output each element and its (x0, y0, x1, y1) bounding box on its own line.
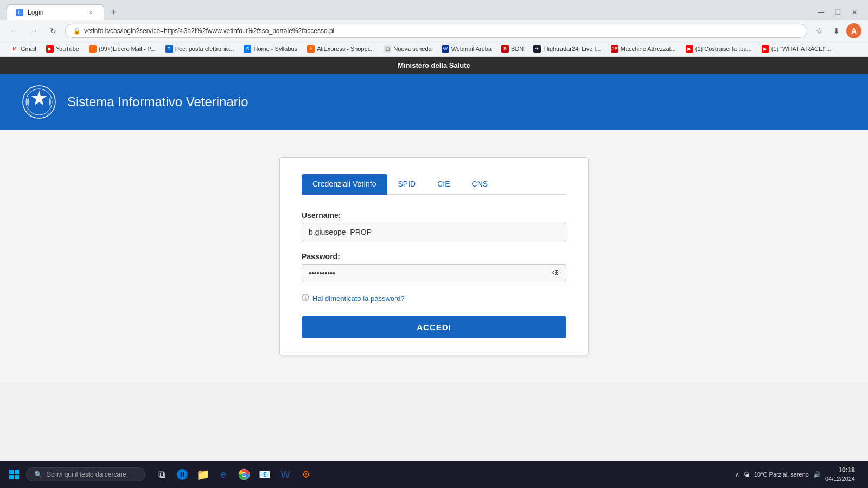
svg-rect-3 (9, 470, 14, 474)
bookmark-syllabus[interactable]: S Home - Syllabus (239, 43, 302, 54)
nuova-favicon: ◻ (384, 45, 391, 53)
login-card: Credenziali VetInfo SPID CIE CNS Usernam… (279, 157, 589, 355)
bookmark-label: (99+)Libero Mail - P... (99, 46, 156, 52)
word-icon[interactable]: W (276, 465, 295, 484)
bookmark-nuova-scheda[interactable]: ◻ Nuova scheda (379, 43, 436, 54)
minimize-button[interactable]: — (813, 7, 828, 18)
password-group: Password: 👁 (302, 252, 566, 282)
username-group: Username: (302, 211, 566, 241)
bookmark-label: Gmail (21, 46, 36, 52)
bookmark-what-a-race[interactable]: ▶ (1) "WHAT A RACE!"... (757, 43, 836, 54)
costruisci-favicon: ▶ (686, 45, 693, 53)
address-bar[interactable]: 🔒 vetinfo.it/cas/login?service=https%3a2… (65, 24, 807, 38)
bookmark-pec[interactable]: P Pec: posta elettronic... (161, 43, 239, 54)
svg-rect-4 (15, 470, 19, 474)
tab-title: Login (28, 9, 82, 16)
macchine-favicon: AE (611, 45, 618, 53)
taskbar-search[interactable]: 🔍 Scrivi qui il testo da cercare. (26, 467, 145, 481)
bookmark-label: Webmail Aruba (451, 46, 492, 52)
maximize-button[interactable]: ❐ (831, 7, 845, 18)
ie-icon[interactable]: e (214, 465, 233, 484)
site-header: Sistema Informativo Veterinario (0, 74, 868, 130)
tab-cns[interactable]: CNS (461, 174, 499, 195)
clock-date: 04/12/2024 (825, 475, 855, 483)
bookmark-label: YouTube (56, 46, 79, 52)
file-explorer-icon[interactable]: 📁 (193, 465, 213, 484)
bookmark-macchine[interactable]: AE Macchine Attrezzat... (607, 43, 680, 54)
svg-point-10 (242, 473, 246, 476)
bookmarks-bar: M Gmail ▶ YouTube L (99+)Libero Mail - P… (0, 42, 868, 57)
chrome-icon[interactable] (234, 465, 254, 484)
forward-button[interactable]: → (26, 23, 41, 38)
back-button[interactable]: ← (7, 23, 22, 38)
svg-rect-5 (9, 475, 14, 479)
tray-expand-icon[interactable]: ∧ (735, 471, 739, 478)
tab-spid[interactable]: SPID (387, 174, 427, 195)
gmail-favicon: M (11, 45, 18, 53)
bookmark-label: (1) "WHAT A RACE!"... (771, 46, 832, 52)
accedi-button[interactable]: ACCEDI (302, 316, 566, 338)
bookmark-youtube[interactable]: ▶ YouTube (42, 43, 84, 54)
bookmark-bdn[interactable]: B BDN (497, 43, 528, 54)
bookmark-label: Home - Syllabus (253, 46, 297, 52)
bookmark-costruisci[interactable]: ▶ (1) Costruisci la tua... (681, 43, 756, 54)
bookmark-libero[interactable]: L (99+)Libero Mail - P... (85, 43, 160, 54)
window-controls: — ❐ ✕ (813, 7, 861, 18)
site-title: Sistema Informativo Veterinario (67, 94, 248, 110)
clock-time: 10:18 (825, 466, 855, 475)
taskview-button[interactable]: ⧉ (152, 465, 171, 484)
what-favicon: ▶ (762, 45, 769, 53)
libero-favicon: L (89, 45, 97, 53)
tray-clock[interactable]: 10:18 04/12/2024 (825, 466, 855, 483)
start-button[interactable] (4, 465, 24, 484)
search-icon: 🔍 (34, 471, 42, 478)
site-logo-icon (22, 85, 56, 119)
reload-button[interactable]: ↻ (46, 23, 61, 38)
ministry-banner: Ministero della Salute (0, 57, 868, 74)
flight-favicon: ✈ (533, 45, 541, 53)
password-input[interactable] (302, 264, 566, 282)
username-input[interactable] (302, 223, 566, 241)
windows-logo-icon (9, 469, 20, 480)
new-tab-button[interactable]: + (106, 5, 122, 20)
svg-marker-2 (31, 90, 47, 106)
bookmark-label: (1) Costruisci la tua... (695, 46, 752, 52)
download-icon[interactable]: ⬇ (829, 23, 844, 38)
forgot-password-section: ⓘ Hai dimenticato la password? (302, 293, 566, 303)
close-button[interactable]: ✕ (847, 7, 861, 18)
bookmark-gmail[interactable]: M Gmail (7, 43, 41, 54)
bookmark-flightradar[interactable]: ✈ Flightradar24: Live f... (529, 43, 605, 54)
close-tab-button[interactable]: × (86, 8, 95, 17)
toggle-password-button[interactable]: 👁 (552, 268, 561, 278)
bookmark-label: Pec: posta elettronic... (175, 46, 234, 52)
bookmark-aliexpress[interactable]: A AliExpress - Shoppi... (303, 43, 378, 54)
youtube-favicon: ▶ (46, 45, 54, 53)
edge-icon[interactable] (173, 465, 192, 484)
tab-favicon: L (16, 9, 23, 16)
tray-network-icon[interactable]: 🔊 (813, 471, 821, 478)
outlook-icon[interactable]: 📧 (255, 465, 275, 484)
weather-text: 10°C Parzial. sereno (754, 471, 809, 478)
show-desktop-button[interactable] (859, 465, 864, 484)
bdn-favicon: B (501, 45, 509, 53)
title-bar: L Login × + — ❐ ✕ (0, 0, 868, 20)
forgot-password-link[interactable]: Hai dimenticato la password? (312, 294, 405, 303)
bookmark-label: Macchine Attrezzat... (621, 46, 676, 52)
bookmark-webmail[interactable]: W Webmail Aruba (437, 43, 496, 54)
page-content: Ministero della Salute Sistema Informati… (0, 57, 868, 382)
star-icon[interactable]: ☆ (812, 23, 827, 38)
bookmark-label: Flightradar24: Live f... (543, 46, 601, 52)
tab-cie[interactable]: CIE (426, 174, 461, 195)
main-area: Credenziali VetInfo SPID CIE CNS Usernam… (0, 130, 868, 382)
ali-favicon: A (307, 45, 315, 53)
password-wrapper: 👁 (302, 264, 566, 282)
profile-icon[interactable]: A (846, 23, 861, 38)
taskbar-tray: ∧ 🌤 10°C Parzial. sereno 🔊 10:18 04/12/2… (735, 465, 864, 484)
svg-rect-6 (15, 475, 19, 479)
tab-bar: L Login × + (7, 4, 122, 20)
other-app-icon[interactable]: ⚙ (296, 465, 316, 484)
toolbar-actions: ☆ ⬇ A (812, 23, 861, 38)
bookmark-label: Nuova scheda (393, 46, 431, 52)
tab-credenziali[interactable]: Credenziali VetInfo (302, 174, 387, 195)
browser-tab[interactable]: L Login × (7, 4, 104, 20)
